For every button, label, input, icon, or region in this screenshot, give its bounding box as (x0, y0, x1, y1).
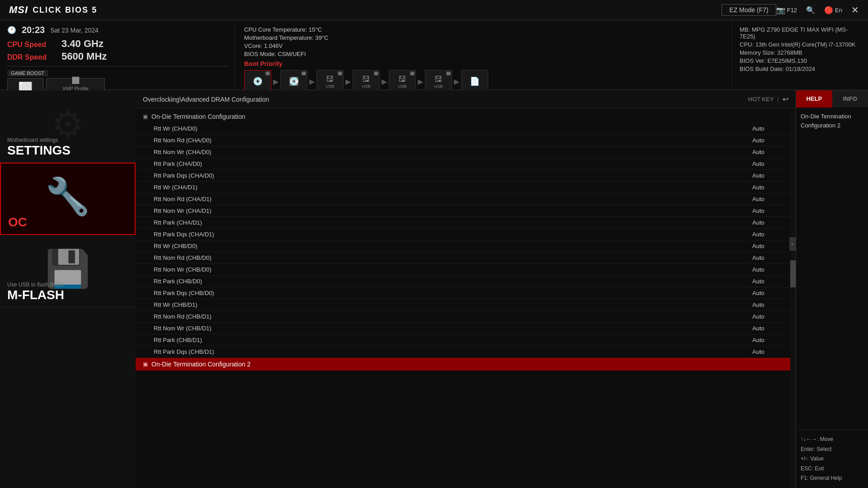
boot-device-6[interactable]: 📄 (461, 70, 488, 93)
hotkey-divider: | (778, 96, 779, 103)
right-panel-tabs: HELP INFO (796, 90, 868, 108)
boot-device-5[interactable]: 🖫 USB U (425, 70, 452, 93)
game-boost-label: GAME BOOST (7, 70, 48, 76)
breadcrumb: Overclocking\Advanced DRAM Configuration (143, 96, 269, 103)
section1-header[interactable]: ▣ On-Die Termination Configuration (136, 110, 796, 123)
setting-row[interactable]: Rtt Wr (CHB/D1)Auto (136, 299, 796, 311)
xmp-icon: ▦ (71, 74, 80, 85)
clock-time: 20:23 (22, 25, 45, 35)
mem-info: Memory Size: 32768MB (740, 49, 861, 56)
sidebar-settings-sublabel: Motherboard settings (7, 137, 128, 143)
cpu-speed-value: 3.40 GHz (61, 38, 104, 50)
setting-value: Auto (752, 219, 788, 226)
bios-date-info: BIOS Build Date: 01/18/2024 (740, 66, 861, 72)
setting-name: Rtt Nom Rd (CHA/D1) (154, 196, 752, 202)
setting-name: Rtt Wr (CHB/D0) (154, 243, 752, 249)
setting-value: Auto (752, 137, 788, 144)
sidebar-item-oc[interactable]: 🔧 OC (0, 163, 136, 235)
setting-row[interactable]: Rtt Nom Rd (CHB/D0)Auto (136, 252, 796, 264)
key-help: F1: General Help (801, 474, 863, 483)
ddr-speed-value: 5600 MHz (61, 51, 107, 62)
setting-row[interactable]: Rtt Nom Wr (CHB/D1)Auto (136, 323, 796, 334)
boot-device-2[interactable]: 🖫 USB U (316, 70, 344, 93)
mb-info: MB: MPG Z790 EDGE TI MAX WIFI (MS-7E25) (740, 26, 861, 40)
scroll-track[interactable] (790, 108, 796, 488)
setting-row[interactable]: Rtt Nom Rd (CHB/D1)Auto (136, 311, 796, 323)
back-button[interactable]: ↩ (783, 95, 788, 103)
setting-row[interactable]: Rtt Nom Rd (CHA/D1)Auto (136, 193, 796, 205)
boot-priority-area: Boot Priority 💿 U ▶ 💽 U ▶ 🖫 USB U (244, 60, 723, 93)
scroll-thumb[interactable] (790, 260, 796, 287)
sidebar-mflash-label: M-FLASH (7, 288, 128, 302)
setting-value: Auto (752, 160, 788, 167)
key-select: Enter: Select (801, 445, 863, 455)
setting-row[interactable]: Rtt Park (CHA/D1)Auto (136, 217, 796, 229)
sidebar-item-mflash[interactable]: 💾 Use USB to flash BIOS M-FLASH (0, 235, 136, 307)
setting-row[interactable]: Rtt Nom Wr (CHA/D0)Auto (136, 146, 796, 158)
setting-name: Rtt Wr (CHA/D1) (154, 184, 752, 191)
setting-value: Auto (752, 196, 788, 202)
setting-row[interactable]: Rtt Wr (CHA/D0)Auto (136, 123, 796, 135)
sidebar-oc-label: OC (8, 215, 127, 230)
setting-row[interactable]: Rtt Wr (CHB/D0)Auto (136, 240, 796, 252)
settings-list[interactable]: ▣ On-Die Termination Configuration Rtt W… (136, 108, 796, 488)
section2-header[interactable]: ▣ On-Die Termination Configuration 2 (136, 358, 796, 371)
cpu-speed-label: CPU Speed (7, 41, 57, 49)
oc-bg-icon: 🔧 (45, 175, 90, 218)
section2-label: On-Die Termination Configuration 2 (151, 361, 250, 368)
hotkey-label: HOT KEY (748, 96, 774, 103)
flag-icon: 🔴 (824, 6, 833, 14)
boot-arrow-0: ▶ (273, 77, 278, 86)
setting-row[interactable]: Rtt Nom Wr (CHB/D0)Auto (136, 264, 796, 276)
setting-rows-container: Rtt Wr (CHA/D0)AutoRtt Nom Rd (CHA/D0)Au… (136, 123, 796, 358)
setting-row[interactable]: Rtt Park (CHB/D0)Auto (136, 276, 796, 287)
header-center: CPU Core Temperature: 15°C Motherboard T… (235, 20, 732, 89)
setting-row[interactable]: Rtt Park Dqs (CHB/D1)Auto (136, 346, 796, 358)
setting-row[interactable]: Rtt Park Dqs (CHA/D1)Auto (136, 229, 796, 240)
setting-name: Rtt Park (CHA/D1) (154, 219, 752, 226)
boot-device-4[interactable]: 🖫 USB U (389, 70, 416, 93)
section2-collapse-icon[interactable]: ▣ (143, 361, 148, 367)
setting-row[interactable]: Rtt Park (CHB/D1)Auto (136, 334, 796, 346)
boot-arrow-4: ▶ (418, 77, 423, 86)
ez-mode-button[interactable]: EZ Mode (F7) (722, 4, 776, 16)
tab-info[interactable]: INFO (832, 90, 868, 108)
boot-device-3[interactable]: 🖫 USB U (353, 70, 380, 93)
boot-device-0[interactable]: 💿 U (244, 70, 271, 93)
collapse-arrow[interactable]: « (789, 237, 796, 251)
search-control[interactable]: 🔍 (806, 6, 815, 14)
setting-value: Auto (752, 231, 788, 238)
setting-value: Auto (752, 172, 788, 179)
setting-row[interactable]: Rtt Nom Wr (CHA/D1)Auto (136, 205, 796, 217)
key-help-area: ↑↓←→: Move Enter: Select +/-: Value ESC:… (796, 430, 868, 488)
setting-row[interactable]: Rtt Nom Rd (CHA/D0)Auto (136, 135, 796, 146)
tab-help[interactable]: HELP (796, 90, 832, 108)
sidebar-item-settings[interactable]: ⚙ Motherboard settings SETTINGS (0, 90, 136, 163)
setting-value: Auto (752, 266, 788, 273)
boot-arrow-1: ▶ (309, 77, 315, 86)
usb1-icon: 🖫 (326, 75, 334, 84)
setting-row[interactable]: Rtt Park (CHA/D0)Auto (136, 158, 796, 170)
close-button[interactable]: ✕ (851, 5, 859, 15)
setting-value: Auto (752, 313, 788, 320)
boot-device-1[interactable]: 💽 U (280, 70, 307, 93)
file-icon: 📄 (470, 76, 480, 86)
setting-row[interactable]: Rtt Wr (CHA/D1)Auto (136, 182, 796, 193)
section1-collapse-icon[interactable]: ▣ (143, 113, 148, 120)
setting-name: Rtt Nom Wr (CHB/D1) (154, 325, 752, 332)
setting-name: Rtt Nom Wr (CHA/D0) (154, 149, 752, 155)
language-control[interactable]: 🔴 En (824, 6, 842, 14)
header-info: 🕐 20:23 Sat 23 Mar, 2024 CPU Speed 3.40 … (0, 20, 868, 90)
breadcrumb-bar: Overclocking\Advanced DRAM Configuration… (136, 90, 796, 108)
hdd-icon: 💽 (289, 76, 299, 86)
ddr-speed-label: DDR Speed (7, 53, 57, 61)
f12-control[interactable]: 📷 F12 (776, 6, 797, 14)
help-content: On-Die Termination Configuration 2 (796, 108, 868, 430)
clock-icon: 🕐 (7, 26, 16, 34)
setting-name: Rtt Nom Rd (CHA/D0) (154, 137, 752, 144)
setting-row[interactable]: Rtt Park Dqs (CHB/D0)Auto (136, 287, 796, 299)
hotkey-area: HOT KEY | ↩ (748, 95, 788, 103)
setting-row[interactable]: Rtt Park Dqs (CHA/D0)Auto (136, 170, 796, 182)
setting-name: Rtt Wr (CHA/D0) (154, 125, 752, 132)
search-icon: 🔍 (806, 6, 815, 14)
